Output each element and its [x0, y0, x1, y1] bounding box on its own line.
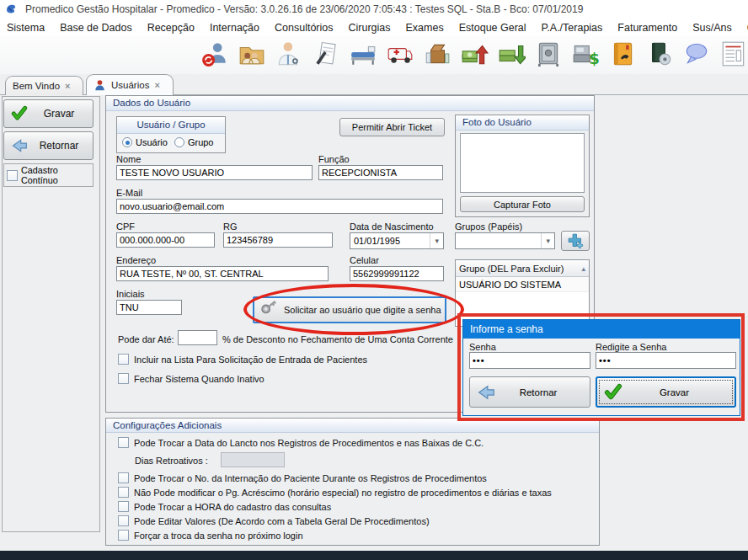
toolbar-icons: $ — [200, 38, 748, 70]
cash-register-icon[interactable]: $ — [570, 38, 600, 70]
radio-usuario-label: Usuário — [136, 137, 168, 147]
rg-input[interactable] — [223, 232, 333, 248]
endereco-input[interactable] — [116, 266, 329, 281]
phone-book-icon[interactable] — [607, 38, 637, 70]
money-in-icon[interactable] — [460, 38, 489, 70]
incluir-lista-checkbox[interactable]: Incluir na Lista Para Solicitação de Ent… — [118, 354, 367, 365]
desconto-input[interactable] — [178, 330, 217, 345]
senha-label: Senha — [469, 342, 496, 352]
grupo-list-header[interactable]: Grupo (DEL Para Excluir) ▴ — [456, 260, 589, 277]
menu-item-recepcao[interactable]: Recepção — [147, 22, 195, 34]
checkbox-icon[interactable] — [118, 437, 129, 448]
patients-folder-icon[interactable] — [238, 38, 267, 70]
menu-item-estoque-geral[interactable]: Estoque Geral — [459, 22, 526, 34]
dialog-gravar-button[interactable]: Gravar — [596, 376, 736, 408]
dias-retroativos-label: Dias Retroativos : — [135, 456, 208, 466]
checkbox-icon[interactable] — [118, 472, 129, 483]
desconto-suffix-label: % de Desconto no Fechamento de Uma Conta… — [222, 334, 453, 344]
checkbox-icon[interactable] — [118, 530, 129, 541]
menu-item-exames[interactable]: Exames — [406, 22, 444, 34]
tab-bem-vindo[interactable]: Bem Vindo × — [5, 76, 83, 95]
sort-asc-icon[interactable]: ▴ — [581, 264, 585, 273]
tab-close-icon[interactable]: × — [65, 81, 70, 91]
menu-item-sus-ans[interactable]: Sus/Ans — [692, 22, 732, 34]
checkbox-icon[interactable] — [118, 515, 129, 526]
dados-usuario-header: Dados do Usuário — [106, 96, 594, 111]
checkbox-icon[interactable] — [118, 487, 129, 498]
tab-usuarios[interactable]: Usuários × — [86, 74, 174, 95]
incluir-lista-label: Incluir na Lista Para Solicitação de Ent… — [134, 355, 367, 365]
menu-item-cirurgias[interactable]: Cirurgias — [349, 22, 391, 34]
menu-item-consultorios[interactable]: Consultórios — [275, 22, 333, 34]
config-check-internacao-label: Pode Trocar o No. da Internação do Pacie… — [134, 473, 487, 483]
grupos-combo[interactable]: ▾ — [455, 232, 555, 249]
gravar-button[interactable]: Gravar — [3, 99, 94, 128]
config-check-hora[interactable]: Pode Trocar a HORA do cadastro das consu… — [118, 501, 331, 512]
rg-label: RG — [223, 221, 238, 232]
permitir-abrir-ticket-button[interactable]: Permitir Abrir Ticket — [339, 118, 445, 136]
iniciais-input[interactable] — [116, 300, 182, 315]
menu-item-internacao[interactable]: Internação — [210, 22, 259, 34]
manual-cd-icon[interactable] — [644, 38, 674, 70]
toolbar: $ — [0, 36, 748, 74]
sync-users-icon[interactable] — [200, 38, 230, 70]
radio-grupo[interactable] — [174, 137, 184, 147]
capturar-foto-button[interactable]: Capturar Foto — [460, 196, 585, 212]
config-check-internacao[interactable]: Pode Trocar o No. da Internação do Pacie… — [118, 472, 487, 483]
chat-bubble-icon[interactable] — [681, 38, 711, 70]
funcao-input[interactable] — [318, 165, 443, 180]
add-group-button[interactable] — [561, 231, 590, 251]
grupos-label: Grupos (Papéis) — [455, 221, 522, 232]
money-out-icon[interactable] — [497, 38, 526, 70]
checkbox-icon[interactable] — [118, 501, 129, 512]
doctor-icon[interactable] — [275, 38, 304, 70]
radio-usuario[interactable] — [122, 137, 132, 147]
hospital-bed-icon[interactable] — [349, 38, 378, 70]
left-sidebar — [2, 96, 100, 532]
nome-input[interactable] — [116, 165, 313, 180]
nascimento-combo[interactable]: 01/01/1995 ▾ — [350, 232, 444, 249]
stock-box-icon[interactable] — [423, 38, 452, 70]
grupo-list-item[interactable]: USUÁRIO DO SISTEMA — [456, 277, 589, 292]
config-check-data-lancto[interactable]: Pode Trocar a Data do Lancto nos Registr… — [118, 437, 484, 448]
endereco-label: Endereço — [116, 255, 156, 265]
checkbox-icon[interactable] — [7, 170, 18, 181]
gravar-label: Gravar — [34, 108, 84, 120]
checkbox-icon[interactable] — [118, 354, 129, 365]
celular-input[interactable] — [350, 266, 444, 281]
config-check-troca-senha[interactable]: Forçar a troca da senha no próximo login — [118, 530, 303, 541]
menu-item-faturamento[interactable]: Faturamento — [617, 22, 677, 34]
retornar-button[interactable]: Retornar — [3, 131, 94, 160]
ambulance-icon[interactable] — [386, 38, 415, 70]
cadastro-continuo-checkbox[interactable]: Cadastro Contínuo — [3, 163, 94, 187]
dias-retroativos-input — [221, 452, 285, 467]
safe-icon[interactable] — [533, 38, 563, 70]
config-check-valores[interactable]: Pode Editar Valores (De Acordo com a Tab… — [118, 515, 430, 526]
prescription-icon[interactable] — [312, 38, 341, 70]
fechar-sistema-checkbox[interactable]: Fechar Sistema Quando Inativo — [118, 373, 264, 384]
tab-close-icon[interactable]: × — [154, 80, 159, 90]
cpf-input[interactable] — [116, 232, 215, 248]
chevron-down-icon[interactable]: ▾ — [430, 233, 443, 248]
tab-bem-vindo-label: Bem Vindo — [13, 81, 60, 91]
redigite-senha-input[interactable] — [596, 352, 736, 369]
config-check-valores-label: Pode Editar Valores (De Acordo com a Tab… — [134, 516, 430, 526]
menu-item-base-de-dados[interactable]: Base de Dados — [60, 22, 131, 34]
chevron-down-icon[interactable]: ▾ — [541, 233, 554, 248]
report-form-icon[interactable] — [719, 38, 748, 70]
fechar-sistema-label: Fechar Sistema Quando Inativo — [134, 374, 264, 384]
back-arrow-icon — [477, 383, 495, 402]
back-arrow-icon — [11, 137, 28, 154]
senha-input[interactable] — [469, 352, 590, 369]
foto-preview — [460, 133, 585, 193]
solicitar-senha-button[interactable]: Solicitar ao usuário que digite a senha — [253, 296, 446, 323]
cadastro-continuo-label: Cadastro Contínuo — [21, 165, 93, 185]
menu-item-sistema[interactable]: Sistema — [7, 22, 45, 34]
email-input[interactable] — [116, 199, 443, 214]
checkbox-icon[interactable] — [118, 373, 129, 384]
dialog-retornar-button[interactable]: Retornar — [469, 376, 590, 408]
senha-dialog-title: Informe a senha — [463, 320, 740, 339]
grupo-list-header-label: Grupo (DEL Para Excluir) — [459, 264, 564, 274]
config-check-acrescimo[interactable]: Não Pode modificar o Pg. Acréscimo (horá… — [118, 487, 552, 498]
menu-item-pa-terapias[interactable]: P.A./Terapias — [542, 22, 603, 34]
